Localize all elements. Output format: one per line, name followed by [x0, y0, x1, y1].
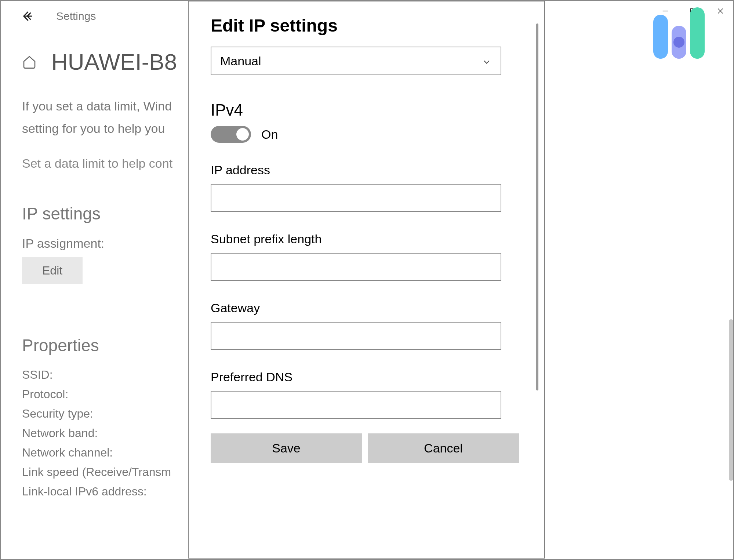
- dialog-title: Edit IP settings: [211, 15, 522, 36]
- ip-address-input[interactable]: [211, 184, 501, 212]
- ipv4-toggle-state: On: [261, 127, 278, 142]
- home-icon: [22, 55, 37, 69]
- chevron-down-icon: [482, 56, 492, 66]
- preferred-dns-input[interactable]: [211, 391, 501, 419]
- edit-button[interactable]: Edit: [22, 257, 83, 284]
- logo-bar: [690, 7, 705, 59]
- settings-label: Settings: [56, 10, 96, 22]
- save-button[interactable]: Save: [211, 433, 362, 463]
- ip-address-label: IP address: [211, 163, 501, 177]
- ip-mode-select[interactable]: Manual: [211, 47, 501, 75]
- gateway-label: Gateway: [211, 301, 501, 315]
- subnet-prefix-label: Subnet prefix length: [211, 232, 501, 246]
- close-button[interactable]: [706, 2, 734, 20]
- ip-mode-value: Manual: [220, 54, 261, 68]
- edit-ip-settings-dialog: Edit IP settings Manual IPv4 On IP addre…: [188, 1, 545, 559]
- cancel-button[interactable]: Cancel: [368, 433, 519, 463]
- logo-bar: [672, 26, 686, 59]
- ipv4-heading: IPv4: [211, 101, 522, 119]
- back-button[interactable]: [22, 9, 36, 23]
- brand-logo: [653, 7, 708, 59]
- page-scrollbar[interactable]: [729, 319, 733, 481]
- dialog-scrollbar[interactable]: [536, 23, 538, 390]
- logo-bar: [653, 15, 668, 59]
- subnet-prefix-input[interactable]: [211, 253, 501, 281]
- ipv4-toggle[interactable]: [211, 126, 251, 143]
- gateway-input[interactable]: [211, 322, 501, 350]
- page-title: HUAWEI-B8: [51, 49, 177, 75]
- preferred-dns-label: Preferred DNS: [211, 370, 501, 384]
- toggle-knob: [236, 128, 249, 141]
